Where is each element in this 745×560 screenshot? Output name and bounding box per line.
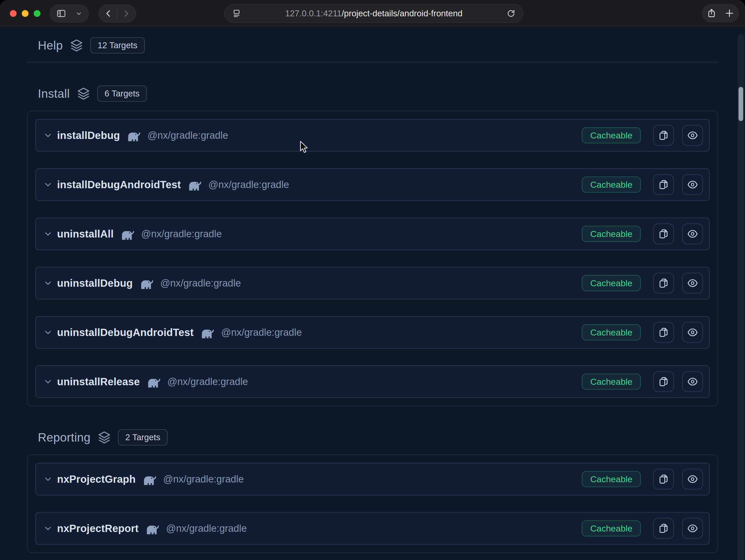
- target-executor: @nx/gradle:gradle: [141, 229, 222, 240]
- fullscreen-window-button[interactable]: [34, 10, 40, 17]
- chevron-down-icon[interactable]: [43, 328, 53, 337]
- chevron-down-icon[interactable]: [43, 524, 53, 533]
- chevron-down-icon[interactable]: [43, 180, 53, 189]
- gradle-elephant-icon: [200, 327, 215, 339]
- browser-window: 127.0.0.1:4211/project-details/android-f…: [0, 0, 745, 560]
- copy-task-button[interactable]: [653, 273, 674, 293]
- target-row[interactable]: uninstallRelease @nx/gradle:gradle Cache…: [35, 365, 710, 398]
- url-text: 127.0.0.1:4211/project-details/android-f…: [241, 8, 506, 19]
- url-path: /project-details/android-frontend: [342, 8, 462, 18]
- copy-task-button[interactable]: [653, 469, 674, 489]
- gradle-elephant-icon: [139, 278, 155, 290]
- chevron-down-icon[interactable]: [75, 10, 82, 17]
- target-name: uninstallAll: [57, 228, 114, 240]
- new-tab-button[interactable]: [724, 8, 734, 18]
- chevron-down-icon[interactable]: [43, 475, 53, 484]
- target-sections: Help 12 Targets Install 6: [27, 37, 718, 553]
- target-row[interactable]: nxProjectGraph @nx/gradle:gradle Cacheab…: [35, 463, 710, 495]
- view-task-button[interactable]: [682, 223, 703, 244]
- back-button[interactable]: [100, 4, 117, 23]
- target-row[interactable]: installDebugAndroidTest @nx/gradle:gradl…: [35, 168, 710, 201]
- target-group-section: Reporting 2 Targets nxProjectGraph: [27, 429, 718, 553]
- scrollbar-thumb[interactable]: [739, 87, 743, 121]
- target-row[interactable]: uninstallAll @nx/gradle:gradle Cacheable: [35, 217, 710, 250]
- target-name: uninstallDebug: [57, 277, 133, 289]
- gradle-elephant-icon: [120, 229, 135, 240]
- layers-icon: [69, 38, 84, 53]
- cacheable-badge: Cacheable: [582, 226, 641, 242]
- view-task-button[interactable]: [682, 174, 703, 195]
- chevron-down-icon[interactable]: [43, 279, 53, 287]
- target-count-badge: 12 Targets: [90, 37, 145, 54]
- copy-task-button[interactable]: [653, 518, 674, 539]
- gradle-elephant-icon: [188, 179, 203, 191]
- forward-button[interactable]: [118, 4, 135, 23]
- chevron-down-icon[interactable]: [43, 230, 53, 238]
- section-title: Help: [38, 38, 63, 53]
- target-row[interactable]: installDebug @nx/gradle:gradle Cacheable: [35, 119, 710, 152]
- section-title: Install: [38, 86, 70, 101]
- view-task-button[interactable]: [682, 273, 703, 293]
- share-button[interactable]: [707, 8, 716, 18]
- view-task-button[interactable]: [682, 469, 703, 489]
- cacheable-badge: Cacheable: [582, 275, 641, 291]
- minimize-window-button[interactable]: [22, 10, 29, 17]
- address-bar[interactable]: 127.0.0.1:4211/project-details/android-f…: [224, 4, 523, 23]
- target-name: nxProjectReport: [57, 523, 138, 534]
- browser-chrome: 127.0.0.1:4211/project-details/android-f…: [0, 0, 745, 27]
- cacheable-badge: Cacheable: [582, 374, 641, 390]
- view-task-button[interactable]: [682, 371, 703, 392]
- layers-icon: [97, 430, 111, 444]
- view-task-button[interactable]: [682, 518, 703, 539]
- target-group-section: Install 6 Targets installDebug: [27, 85, 718, 406]
- copy-task-button[interactable]: [653, 371, 674, 392]
- copy-task-button[interactable]: [653, 223, 674, 244]
- page-content: Help 12 Targets Install 6: [0, 27, 745, 560]
- cacheable-badge: Cacheable: [582, 324, 641, 340]
- layers-icon: [76, 86, 91, 101]
- target-executor: @nx/gradle:gradle: [167, 376, 248, 387]
- url-host: 127.0.0.1:4211: [285, 8, 342, 18]
- page-format-icon[interactable]: [232, 9, 241, 18]
- target-count-badge: 2 Targets: [118, 429, 168, 445]
- target-executor: @nx/gradle:gradle: [208, 179, 289, 190]
- target-name: installDebug: [57, 130, 120, 141]
- traffic-lights: [10, 10, 40, 17]
- sidebar-toggle-group[interactable]: [50, 4, 89, 23]
- copy-task-button[interactable]: [653, 322, 674, 343]
- cacheable-badge: Cacheable: [582, 177, 641, 193]
- target-name: nxProjectGraph: [57, 474, 136, 485]
- target-list: installDebug @nx/gradle:gradle Cacheable: [27, 111, 718, 406]
- target-row[interactable]: nxProjectReport @nx/gradle:gradle Cachea…: [35, 512, 710, 545]
- target-list: nxProjectGraph @nx/gradle:gradle Cacheab…: [27, 454, 718, 553]
- target-executor: @nx/gradle:gradle: [163, 474, 244, 485]
- view-task-button[interactable]: [682, 125, 703, 146]
- section-header: Install 6 Targets: [38, 85, 718, 102]
- target-name: uninstallDebugAndroidTest: [57, 327, 194, 338]
- chevron-down-icon[interactable]: [43, 377, 53, 386]
- target-row[interactable]: uninstallDebug @nx/gradle:gradle Cacheab…: [35, 267, 710, 300]
- reload-button[interactable]: [506, 9, 516, 18]
- target-count-badge: 6 Targets: [97, 85, 147, 102]
- target-row[interactable]: uninstallDebugAndroidTest @nx/gradle:gra…: [35, 316, 710, 349]
- section-divider: [27, 62, 718, 63]
- target-executor: @nx/gradle:gradle: [160, 278, 241, 289]
- target-executor: @nx/gradle:gradle: [221, 327, 302, 338]
- target-executor: @nx/gradle:gradle: [166, 523, 247, 534]
- copy-task-button[interactable]: [653, 125, 674, 146]
- toolbar-right-group: [702, 4, 739, 22]
- gradle-elephant-icon: [147, 376, 162, 388]
- target-executor: @nx/gradle:gradle: [147, 130, 228, 141]
- section-header: Help 12 Targets: [38, 37, 718, 54]
- target-group-section: Help 12 Targets: [27, 37, 718, 63]
- cacheable-badge: Cacheable: [582, 127, 641, 143]
- gradle-elephant-icon: [142, 474, 158, 486]
- copy-task-button[interactable]: [653, 174, 674, 195]
- section-header: Reporting 2 Targets: [38, 429, 718, 446]
- target-name: installDebugAndroidTest: [57, 179, 181, 190]
- chevron-down-icon[interactable]: [43, 131, 53, 140]
- close-window-button[interactable]: [10, 10, 17, 17]
- nav-buttons-group: [99, 4, 136, 23]
- sidebar-icon[interactable]: [56, 8, 66, 19]
- view-task-button[interactable]: [682, 322, 703, 343]
